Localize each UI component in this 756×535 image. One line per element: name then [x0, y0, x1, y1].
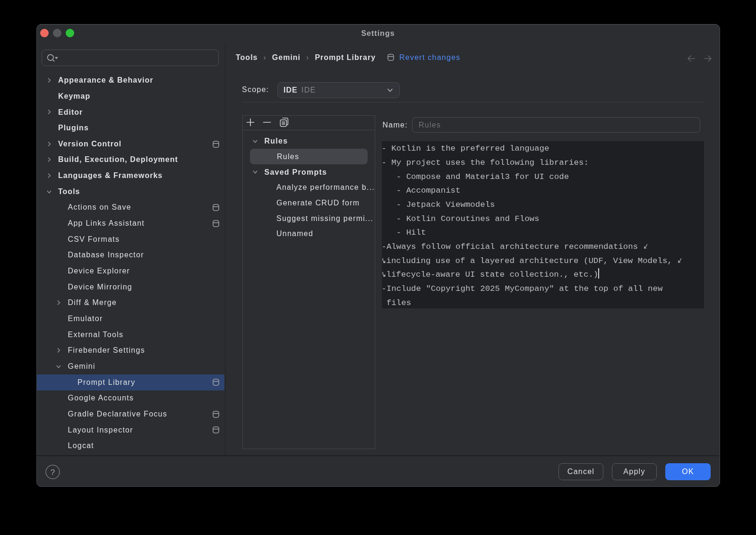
svg-text:?: ?	[51, 468, 55, 477]
